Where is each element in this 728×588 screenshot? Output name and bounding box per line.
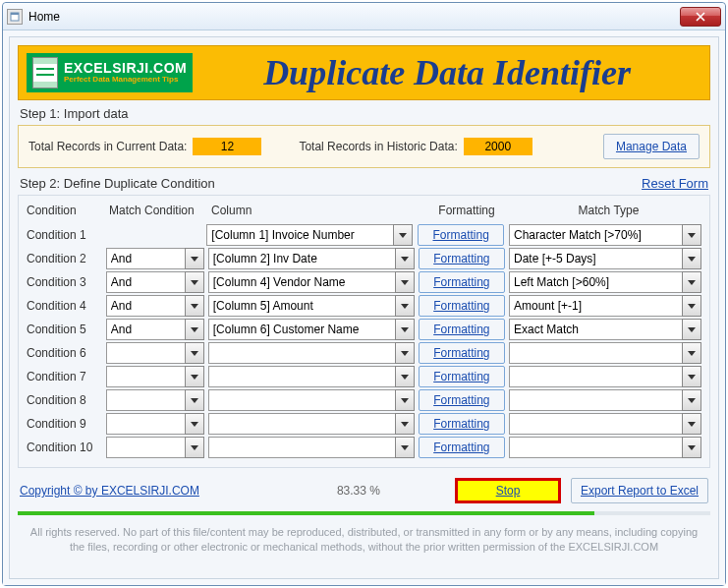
dropdown-icon[interactable] xyxy=(185,319,204,340)
column-combo[interactable] xyxy=(208,319,415,340)
formatting-button[interactable]: Formatting xyxy=(419,389,505,411)
column-combo[interactable] xyxy=(206,224,413,246)
formatting-button[interactable]: Formatting xyxy=(419,319,505,340)
dropdown-icon[interactable] xyxy=(395,389,415,411)
dropdown-icon[interactable] xyxy=(185,248,204,269)
dropdown-icon[interactable] xyxy=(185,271,204,293)
close-button[interactable] xyxy=(680,7,721,27)
matchtype-combo[interactable] xyxy=(509,437,701,458)
dropdown-icon[interactable] xyxy=(395,319,415,340)
match-condition-combo[interactable] xyxy=(106,342,204,364)
dropdown-icon[interactable] xyxy=(682,342,701,364)
dropdown-icon[interactable] xyxy=(395,271,415,293)
column-input[interactable] xyxy=(208,389,395,411)
match-condition-combo[interactable] xyxy=(106,366,204,387)
dropdown-icon[interactable] xyxy=(185,366,204,387)
matchtype-input[interactable] xyxy=(509,295,682,317)
dropdown-icon[interactable] xyxy=(395,437,415,458)
matchtype-combo[interactable] xyxy=(509,248,701,269)
column-input[interactable] xyxy=(208,437,395,458)
dropdown-icon[interactable] xyxy=(682,295,701,317)
copyright-link[interactable]: Copyright © by EXCELSIRJI.COM xyxy=(20,484,199,498)
dropdown-icon[interactable] xyxy=(682,319,701,340)
match-condition-input[interactable] xyxy=(106,366,185,387)
match-condition-input[interactable] xyxy=(106,413,185,435)
match-condition-input[interactable] xyxy=(106,248,185,269)
dropdown-icon[interactable] xyxy=(395,342,415,364)
matchtype-combo[interactable] xyxy=(509,366,701,387)
dropdown-icon[interactable] xyxy=(185,295,204,317)
dropdown-icon[interactable] xyxy=(682,366,701,387)
export-button[interactable]: Export Report to Excel xyxy=(571,478,708,503)
matchtype-input[interactable] xyxy=(509,342,682,364)
formatting-button[interactable]: Formatting xyxy=(419,248,505,269)
dropdown-icon[interactable] xyxy=(395,248,415,269)
dropdown-icon[interactable] xyxy=(682,437,701,458)
column-input[interactable] xyxy=(208,248,395,269)
column-input[interactable] xyxy=(208,413,395,435)
matchtype-input[interactable] xyxy=(509,319,682,340)
dropdown-icon[interactable] xyxy=(185,437,204,458)
column-input[interactable] xyxy=(208,295,395,317)
match-condition-combo[interactable] xyxy=(106,271,204,293)
dropdown-icon[interactable] xyxy=(395,413,415,435)
dropdown-icon[interactable] xyxy=(185,389,204,411)
match-condition-combo[interactable] xyxy=(106,437,204,458)
matchtype-input[interactable] xyxy=(509,413,682,435)
dropdown-icon[interactable] xyxy=(393,224,413,246)
dropdown-icon[interactable] xyxy=(185,342,204,364)
match-condition-combo[interactable] xyxy=(106,319,204,340)
match-condition-input[interactable] xyxy=(106,342,185,364)
formatting-button[interactable]: Formatting xyxy=(419,342,505,364)
matchtype-input[interactable] xyxy=(509,437,682,458)
column-combo[interactable] xyxy=(208,389,415,411)
column-combo[interactable] xyxy=(208,413,415,435)
match-condition-input[interactable] xyxy=(106,437,185,458)
match-condition-input[interactable] xyxy=(106,319,185,340)
stop-button[interactable]: Stop xyxy=(455,478,561,503)
formatting-button[interactable]: Formatting xyxy=(419,271,505,293)
matchtype-input[interactable] xyxy=(509,224,682,246)
matchtype-combo[interactable] xyxy=(509,342,701,364)
formatting-button[interactable]: Formatting xyxy=(419,413,505,435)
column-combo[interactable] xyxy=(208,342,415,364)
matchtype-combo[interactable] xyxy=(509,319,701,340)
matchtype-input[interactable] xyxy=(509,389,682,411)
dropdown-icon[interactable] xyxy=(185,413,204,435)
matchtype-combo[interactable] xyxy=(509,224,701,246)
column-input[interactable] xyxy=(206,224,393,246)
dropdown-icon[interactable] xyxy=(395,295,415,317)
match-condition-combo[interactable] xyxy=(106,248,204,269)
formatting-button[interactable]: Formatting xyxy=(418,224,504,246)
match-condition-input[interactable] xyxy=(106,271,185,293)
column-combo[interactable] xyxy=(208,248,415,269)
dropdown-icon[interactable] xyxy=(682,389,701,411)
column-input[interactable] xyxy=(208,342,395,364)
column-input[interactable] xyxy=(208,271,395,293)
manage-data-button[interactable]: Manage Data xyxy=(603,134,700,159)
matchtype-input[interactable] xyxy=(509,366,682,387)
match-condition-combo[interactable] xyxy=(106,295,204,317)
dropdown-icon[interactable] xyxy=(682,224,701,246)
column-input[interactable] xyxy=(208,366,395,387)
formatting-button[interactable]: Formatting xyxy=(419,437,505,458)
match-condition-combo[interactable] xyxy=(106,389,204,411)
column-combo[interactable] xyxy=(208,437,415,458)
formatting-button[interactable]: Formatting xyxy=(419,366,505,387)
matchtype-combo[interactable] xyxy=(509,413,701,435)
matchtype-input[interactable] xyxy=(509,248,682,269)
dropdown-icon[interactable] xyxy=(682,413,701,435)
dropdown-icon[interactable] xyxy=(682,271,701,293)
match-condition-input[interactable] xyxy=(106,389,185,411)
formatting-button[interactable]: Formatting xyxy=(419,295,505,317)
dropdown-icon[interactable] xyxy=(395,366,415,387)
column-combo[interactable] xyxy=(208,271,415,293)
dropdown-icon[interactable] xyxy=(682,248,701,269)
match-condition-combo[interactable] xyxy=(106,413,204,435)
matchtype-combo[interactable] xyxy=(509,389,701,411)
matchtype-combo[interactable] xyxy=(509,271,701,293)
matchtype-input[interactable] xyxy=(509,271,682,293)
reset-form-link[interactable]: Reset Form xyxy=(642,176,708,191)
column-input[interactable] xyxy=(208,319,395,340)
column-combo[interactable] xyxy=(208,295,415,317)
